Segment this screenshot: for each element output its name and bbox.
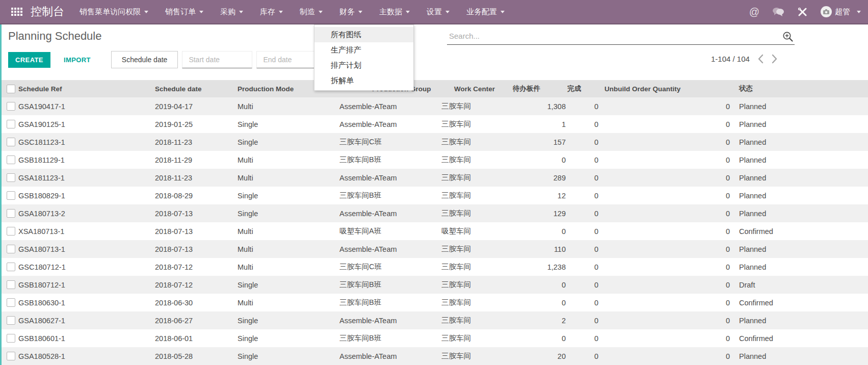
row-checkbox[interactable] xyxy=(7,138,15,146)
nav-menu-8[interactable]: 设置 xyxy=(427,7,450,17)
row-checkbox[interactable] xyxy=(7,155,15,164)
table-row[interactable]: GSC181123-12018-11-23Single三胺车间C班三胺车间157… xyxy=(2,133,868,151)
row-checkbox[interactable] xyxy=(7,173,15,182)
messages-icon[interactable] xyxy=(772,7,784,17)
nav-menu-label: 设置 xyxy=(427,7,442,17)
row-checkbox[interactable] xyxy=(7,263,15,271)
chevron-down-icon xyxy=(358,11,362,13)
cell-5: 三胺车间 xyxy=(437,258,512,276)
cell-3: Single xyxy=(234,347,326,365)
cell-4: Assemble-ATeam xyxy=(326,204,437,222)
row-checkbox[interactable] xyxy=(7,316,15,325)
cell-8: 0 xyxy=(601,240,733,258)
row-checkbox-cell xyxy=(2,151,15,169)
dropdown-item-3[interactable]: 排产计划 xyxy=(314,58,413,73)
nav-menu-9[interactable]: 业务配置 xyxy=(466,7,505,17)
row-checkbox[interactable] xyxy=(7,102,15,111)
start-date-input[interactable] xyxy=(182,51,252,68)
user-menu[interactable]: 超管 xyxy=(821,6,861,17)
nav-menu-1[interactable]: 销售菜单访问权限 xyxy=(80,7,148,17)
cell-6: 1 xyxy=(512,115,567,133)
row-checkbox[interactable] xyxy=(7,352,15,360)
cell-7: 0 xyxy=(567,240,601,258)
table-row[interactable]: GSB180630-12018-06-30Multi三胺车间B班三胺车间000C… xyxy=(2,294,868,311)
chevron-down-icon xyxy=(199,11,203,13)
column-header-9[interactable]: 状态 xyxy=(733,80,868,97)
table-row[interactable]: GSA190125-12019-01-25SingleAssemble-ATea… xyxy=(2,115,868,133)
nav-menu-6[interactable]: 财务 xyxy=(339,7,362,17)
select-all-checkbox[interactable] xyxy=(7,85,15,93)
pager-next-button[interactable] xyxy=(772,54,777,64)
column-header-1[interactable]: Schedule Ref xyxy=(15,80,152,97)
cell-4: 吸塑车间A班 xyxy=(326,222,437,240)
import-button[interactable]: IMPORT xyxy=(61,56,94,64)
column-header-8[interactable]: Unbuild Order Quantity xyxy=(601,80,733,97)
table-row[interactable]: GSB180601-12018-06-01Single三胺车间B班三胺车间000… xyxy=(2,329,868,347)
row-checkbox[interactable] xyxy=(7,245,15,253)
cell-1: GSB180829-1 xyxy=(15,187,152,204)
nav-menu-label: 销售订单 xyxy=(165,7,196,17)
column-header-7[interactable]: 完成 xyxy=(567,80,601,97)
row-checkbox[interactable] xyxy=(7,334,15,343)
table-row[interactable]: XSA180713-12018-07-13Multi吸塑车间A班吸塑车间000C… xyxy=(2,222,868,240)
cell-1: XSA180713-1 xyxy=(15,222,152,240)
nav-menu-3[interactable]: 采购 xyxy=(220,7,243,17)
create-button[interactable]: CREATE xyxy=(8,52,50,68)
cell-7: 0 xyxy=(567,347,601,365)
mentions-at-icon[interactable]: @ xyxy=(749,6,759,18)
cell-4: Assemble-ATeam xyxy=(326,240,437,258)
nav-menu-label: 库存 xyxy=(260,7,275,17)
row-checkbox[interactable] xyxy=(7,227,15,236)
cell-1: GSA180627-1 xyxy=(15,311,152,329)
table-row[interactable]: GSB180829-12018-08-29Single三胺车间B班三胺车间120… xyxy=(2,187,868,204)
cell-8: 0 xyxy=(601,347,733,365)
cell-4: 三胺车间C班 xyxy=(326,258,437,276)
table-row[interactable]: GSA180713-12018-07-13MultiAssemble-ATeam… xyxy=(2,240,868,258)
apps-grid-icon[interactable] xyxy=(11,8,22,16)
cell-6: 1,238 xyxy=(512,258,567,276)
table-row[interactable]: GSA180627-12018-06-27SingleAssemble-ATea… xyxy=(2,311,868,329)
table-row[interactable]: GSA190417-12019-04-17MultiAssemble-ATeam… xyxy=(2,97,868,115)
nav-menu-7[interactable]: 主数据 xyxy=(379,7,410,17)
cell-4: Assemble-ATeam xyxy=(326,311,437,329)
table-row[interactable]: GSA180713-22018-07-13SingleAssemble-ATea… xyxy=(2,204,868,222)
cell-9: Planned xyxy=(733,258,868,276)
cell-3: Single xyxy=(234,133,326,151)
schedule-date-button[interactable]: Schedule date xyxy=(111,51,178,68)
dropdown-item-4[interactable]: 拆解单 xyxy=(314,73,413,88)
nav-menu-2[interactable]: 销售订单 xyxy=(165,7,203,17)
row-checkbox[interactable] xyxy=(7,120,15,128)
column-header-5[interactable]: Work Center xyxy=(437,80,512,97)
column-header-6[interactable]: 待办板件 xyxy=(512,80,567,97)
planning-schedule-table: Schedule RefSchedule dateProduction Mode… xyxy=(2,80,868,365)
row-checkbox[interactable] xyxy=(7,298,15,307)
dropdown-item-2[interactable]: 生产排产 xyxy=(314,42,413,58)
pager-prev-button[interactable] xyxy=(758,54,764,64)
cell-4: 三胺车间B班 xyxy=(326,187,437,204)
tools-icon[interactable] xyxy=(797,7,808,17)
table-row[interactable]: GSB181129-12018-11-29Multi三胺车间B班三胺车间000P… xyxy=(2,151,868,169)
cell-8: 0 xyxy=(601,204,733,222)
cell-3: Single xyxy=(234,115,326,133)
table-row[interactable]: GSC180712-12018-07-12Multi三胺车间C班三胺车间1,23… xyxy=(2,258,868,276)
cell-2: 2018-07-13 xyxy=(152,204,234,222)
table-row[interactable]: GSA181123-12018-11-23MultiAssemble-ATeam… xyxy=(2,169,868,187)
cell-8: 0 xyxy=(601,276,733,294)
search-input[interactable] xyxy=(447,28,795,45)
table-row[interactable]: GSB180712-12018-07-12Single三胺车间B班三胺车间000… xyxy=(2,276,868,294)
row-checkbox[interactable] xyxy=(7,191,15,200)
column-header-3[interactable]: Production Mode xyxy=(234,80,326,97)
row-checkbox[interactable] xyxy=(7,209,15,218)
dropdown-item-1[interactable]: 所有图纸 xyxy=(314,27,413,42)
nav-menu-4[interactable]: 库存 xyxy=(260,7,283,17)
search-zoom-icon[interactable] xyxy=(782,31,794,44)
cell-6: 0 xyxy=(512,329,567,347)
cell-6: 2 xyxy=(512,311,567,329)
brand-title[interactable]: 控制台 xyxy=(31,4,64,19)
column-header-2[interactable]: Schedule date xyxy=(152,80,234,97)
cell-3: Single xyxy=(234,276,326,294)
nav-menu-5[interactable]: 制造 xyxy=(300,7,323,17)
table-row[interactable]: GSA180528-12018-05-28SingleAssemble-ATea… xyxy=(2,347,868,365)
row-checkbox-cell xyxy=(2,329,15,347)
row-checkbox[interactable] xyxy=(7,280,15,289)
